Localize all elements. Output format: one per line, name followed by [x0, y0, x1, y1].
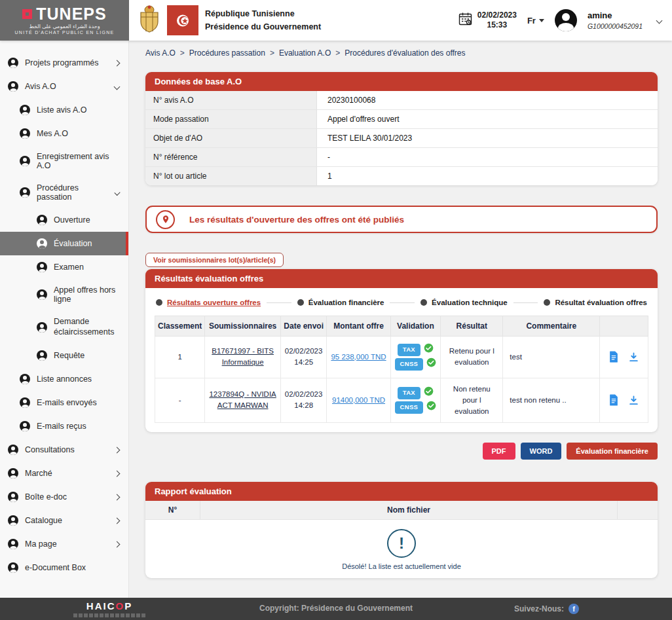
- sidebar-item-examen[interactable]: Examen: [0, 255, 128, 279]
- resultats-evaluation-card: Résultats évaluation offres Résultats ou…: [145, 269, 658, 432]
- sidebar-item-liste-avis-ao[interactable]: Liste avis A.O: [0, 98, 128, 122]
- table-row: Objet de d'AO TEST LEILA 30/01/2023: [145, 129, 658, 148]
- language-selector[interactable]: Fr: [527, 16, 544, 26]
- step-connector: [513, 302, 538, 303]
- document-icon[interactable]: [608, 394, 619, 406]
- montant-link[interactable]: 91400,000 TND: [332, 396, 385, 404]
- top-header: TUNEPS وحدة الشراء العمومي على الخط UNIT…: [0, 0, 672, 41]
- col-soumissionnaires: Soumissionnaires: [205, 316, 280, 337]
- sidebar-item-evaluation[interactable]: Évaluation: [0, 232, 128, 255]
- sidebar-item-label: E-mails envoyés: [37, 398, 97, 407]
- sidebar-item-label: Ma page: [25, 539, 57, 549]
- col-validation: Validation: [390, 316, 441, 337]
- pdf-button[interactable]: PDF: [483, 443, 515, 460]
- word-button[interactable]: WORD: [521, 443, 562, 460]
- table-row: Mode passation Appel d'offres ouvert: [145, 110, 658, 129]
- sidebar-item-ma-page[interactable]: Ma page: [0, 532, 128, 556]
- sidebar-item-emails-envoyes[interactable]: E-mails envoyés: [0, 391, 128, 414]
- rapport-evaluation-card: Rapport évaluation N° Nom fichier ! Déso…: [145, 482, 658, 578]
- sidebar-item-consultations[interactable]: Consultations: [0, 438, 128, 462]
- step-resultat-evaluation[interactable]: Résultat évaluation offres: [544, 299, 647, 306]
- sidebar-item-requete[interactable]: Requête: [0, 344, 128, 367]
- sidebar-item-procedures-passation[interactable]: Procédures passation: [0, 177, 128, 208]
- breadcrumb-procedures-evaluation[interactable]: Procédures d'évaluation des offres: [345, 48, 465, 58]
- user-circle-icon: [8, 445, 18, 455]
- sidebar-item-label: Requête: [54, 351, 84, 360]
- sidebar-item-edocument-box[interactable]: e-Document Box: [0, 556, 128, 579]
- step-resultats-ouverture[interactable]: Résultats ouverture offres: [156, 299, 261, 306]
- date-envoi: 02/02/2023: [285, 346, 323, 357]
- sidebar-item-mes-ao[interactable]: Mes A.O: [0, 122, 128, 145]
- breadcrumb-evaluation-ao[interactable]: Evaluation A.O: [279, 48, 331, 58]
- user-menu-chevron-icon[interactable]: [656, 17, 663, 24]
- tuneps-logo-arabic: وحدة الشراء العمومي على الخط: [29, 24, 100, 29]
- sidebar-item-marche[interactable]: Marché: [0, 462, 128, 485]
- sidebar-item-emails-recus[interactable]: E-mails reçus: [0, 414, 128, 438]
- cell-validation: TAX CNSS: [390, 337, 441, 378]
- org-line-1: République Tunisienne: [205, 7, 321, 20]
- step-evaluation-technique[interactable]: Évaluation technique: [420, 299, 508, 306]
- cell-classement: 1: [155, 337, 205, 378]
- step-label: Évaluation technique: [432, 299, 508, 306]
- montant-link[interactable]: 95 238,000 TND: [331, 353, 386, 361]
- user-name: amine: [588, 10, 643, 22]
- sidebar-item-avis-ao[interactable]: Avis A.O: [0, 75, 128, 98]
- sidebar-item-projets-programmes[interactable]: Projets programmés: [0, 51, 128, 75]
- sidebar-item-appel-offres-hors-ligne[interactable]: Appel offres hors ligne: [0, 279, 128, 310]
- user-circle-icon: [8, 58, 18, 68]
- user-circle-icon: [37, 322, 47, 333]
- tax-badge: TAX: [398, 387, 420, 399]
- row-label: Objet de d'AO: [145, 129, 317, 147]
- document-icon[interactable]: [608, 351, 619, 363]
- donnees-base-card: Données de base A.O N° avis A.O 20230100…: [145, 72, 658, 185]
- row-label: N° lot ou article: [145, 167, 317, 185]
- download-icon[interactable]: [628, 395, 639, 406]
- sidebar-item-demande-eclaircissements[interactable]: Demande éclaircissements: [0, 310, 128, 344]
- voir-soumissionnaires-button[interactable]: Voir soumissionnaires lot(s)/article(s): [145, 253, 284, 267]
- chevron-right-icon: [114, 494, 121, 500]
- table-row: N° avis A.O 20230100068: [145, 91, 658, 110]
- col-actions: [600, 316, 648, 337]
- sidebar-item-liste-annonces[interactable]: Liste annonces: [0, 367, 128, 391]
- user-avatar[interactable]: [555, 9, 577, 31]
- col-nom-fichier: Nom fichier: [200, 501, 617, 519]
- cell-resultat: Retenu pour l evaluation: [441, 337, 503, 378]
- sidebar-item-label: e-Document Box: [25, 563, 86, 572]
- current-time: 15:33: [477, 20, 517, 30]
- soumissionnaire-link[interactable]: 1237894Q - NVIDIA ACT MARWAN: [209, 390, 276, 409]
- cell-date-envoi: 02/02/2023 14:25: [280, 337, 327, 378]
- user-circle-icon: [8, 468, 18, 479]
- sidebar-item-label: Procédures passation: [37, 183, 109, 202]
- row-value: -: [317, 148, 658, 166]
- tuneps-logo[interactable]: TUNEPS وحدة الشراء العمومي على الخط UNIT…: [0, 0, 129, 41]
- col-resultat: Résultat: [441, 316, 503, 337]
- user-circle-icon: [20, 187, 30, 198]
- col-numero: N°: [145, 501, 200, 519]
- sidebar-item-ouverture[interactable]: Ouverture: [0, 208, 128, 232]
- col-date-envoi: Date envoi: [280, 316, 327, 337]
- tunisia-flag-icon: [167, 5, 198, 35]
- sidebar-item-label: Évaluation: [54, 239, 92, 248]
- step-dot-icon: [420, 299, 427, 306]
- soumissionnaire-link[interactable]: B17671997 - BITS Informatique: [212, 347, 274, 366]
- evaluation-financiere-button[interactable]: Évaluation financière: [567, 443, 658, 460]
- sidebar-item-boite-edoc[interactable]: Boîte e-doc: [0, 485, 128, 509]
- org-line-2: Présidence du Gouvernement: [205, 20, 321, 33]
- user-circle-icon: [20, 156, 30, 166]
- step-evaluation-financiere[interactable]: Évaluation financière: [297, 299, 384, 306]
- user-circle-icon: [37, 215, 47, 225]
- row-label: N° avis A.O: [145, 91, 317, 109]
- sidebar-item-enregistrement-avis-ao[interactable]: Enregistrement avis A.O: [0, 145, 128, 177]
- user-circle-icon: [37, 289, 47, 300]
- download-icon[interactable]: [628, 352, 639, 363]
- facebook-icon[interactable]: f: [569, 604, 579, 614]
- tax-badge: TAX: [398, 344, 420, 356]
- breadcrumb-avis-ao[interactable]: Avis A.O: [145, 48, 176, 58]
- step-dot-icon: [156, 299, 162, 306]
- tuneps-logo-title: TUNEPS: [36, 6, 106, 22]
- sidebar-item-catalogue[interactable]: Catalogue: [0, 509, 128, 532]
- language-caret-icon: [539, 19, 544, 22]
- chevron-right-icon: [114, 60, 121, 66]
- cell-commentaire: test: [503, 337, 600, 378]
- breadcrumb-procedures-passation[interactable]: Procédures passation: [189, 48, 265, 58]
